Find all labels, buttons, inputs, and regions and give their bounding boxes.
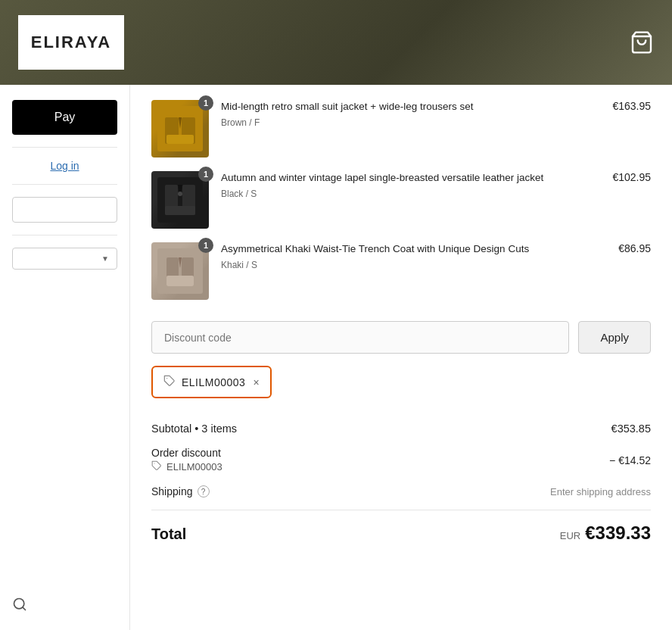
product-name-3: Asymmetrical Khaki Waist-Tie Trench Coat…: [221, 242, 606, 257]
svg-rect-7: [166, 135, 194, 144]
order-discount-code-text: ELILM00003: [166, 461, 222, 472]
product-info-2: Autumn and winter vintage lapel single-b…: [221, 171, 600, 199]
header: ELIRAYA: [0, 0, 672, 85]
order-discount-code: ELILM00003: [151, 460, 222, 473]
coupon-remove-button[interactable]: ×: [253, 376, 259, 388]
chevron-down-icon: ▼: [101, 254, 109, 263]
logo-text: ELIRAYA: [31, 33, 112, 52]
sidebar-dropdown[interactable]: ▼: [12, 248, 117, 270]
order-summary: Subtotal • 3 items €353.85 Order discoun…: [151, 416, 651, 550]
shipping-value: Enter shipping address: [550, 486, 651, 497]
shipping-label: Shipping ?: [151, 485, 210, 497]
subtotal-row: Subtotal • 3 items €353.85: [151, 416, 651, 441]
svg-line-2: [23, 607, 26, 610]
product-name-1: Mid-length retro small suit jacket + wid…: [221, 100, 600, 114]
svg-rect-18: [166, 276, 194, 286]
product-image-wrap-3: 1: [151, 242, 209, 300]
product-price-2: €102.95: [612, 171, 651, 183]
sidebar: Pay Log in ▼: [0, 85, 130, 630]
product-variant-1: Brown / F: [221, 117, 600, 128]
order-discount-row: Order discount ELILM00003 − €14.52: [151, 441, 651, 479]
sidebar-divider-3: [12, 235, 117, 235]
subtotal-label: Subtotal • 3 items: [151, 423, 237, 435]
total-amount: €339.33: [585, 522, 651, 544]
total-currency: EUR: [560, 530, 580, 541]
sidebar-divider-2: [12, 184, 117, 185]
discount-amount: − €14.52: [609, 454, 651, 466]
discount-tag-icon: [151, 460, 162, 473]
sidebar-divider-1: [12, 147, 117, 148]
shipping-info-icon[interactable]: ?: [198, 485, 210, 497]
total-label: Total: [151, 526, 186, 543]
product-image-wrap-1: 1: [151, 100, 209, 158]
coupon-tag: ELILM00003 ×: [151, 366, 272, 398]
login-link[interactable]: Log in: [12, 160, 117, 172]
total-row: Total EUR €339.33: [151, 510, 651, 550]
product-badge-3: 1: [198, 238, 213, 253]
product-variant-2: Black / S: [221, 189, 600, 199]
coupon-code-text: ELILM00003: [182, 376, 245, 388]
search-icon[interactable]: [12, 597, 27, 615]
order-discount-label: Order discount: [151, 447, 222, 459]
discount-section: Apply: [151, 321, 651, 354]
product-price-1: €163.95: [612, 100, 651, 112]
product-info-3: Asymmetrical Khaki Waist-Tie Trench Coat…: [221, 242, 606, 270]
svg-point-13: [178, 192, 182, 196]
product-list: 1 Mid-length retro small suit jacket + w…: [151, 100, 651, 300]
cart-icon[interactable]: [630, 30, 654, 55]
pay-button[interactable]: Pay: [12, 100, 117, 135]
apply-button[interactable]: Apply: [578, 321, 651, 354]
logo: ELIRAYA: [18, 15, 124, 70]
order-discount-label-group: Order discount ELILM00003: [151, 447, 222, 473]
product-variant-3: Khaki / S: [221, 260, 606, 270]
shipping-row: Shipping ? Enter shipping address: [151, 479, 651, 504]
product-image-wrap-2: 1: [151, 171, 209, 229]
product-badge-2: 1: [198, 167, 213, 182]
product-name-2: Autumn and winter vintage lapel single-b…: [221, 171, 600, 186]
total-value-wrap: EUR €339.33: [560, 522, 651, 544]
product-info-1: Mid-length retro small suit jacket + wid…: [221, 100, 600, 128]
subtotal-value: €353.85: [611, 423, 651, 435]
product-badge-1: 1: [198, 95, 213, 111]
main-content: 1 Mid-length retro small suit jacket + w…: [130, 85, 672, 630]
coupon-tag-icon: [163, 375, 176, 389]
svg-rect-8: [157, 177, 203, 223]
svg-rect-14: [157, 248, 203, 294]
discount-code-input[interactable]: [151, 321, 569, 354]
svg-rect-12: [165, 206, 195, 215]
product-price-3: €86.95: [618, 242, 651, 254]
table-row: 1 Autumn and winter vintage lapel single…: [151, 171, 651, 229]
sidebar-input[interactable]: [12, 197, 117, 223]
table-row: 1 Mid-length retro small suit jacket + w…: [151, 100, 651, 158]
table-row: 1 Asymmetrical Khaki Waist-Tie Trench Co…: [151, 242, 651, 300]
